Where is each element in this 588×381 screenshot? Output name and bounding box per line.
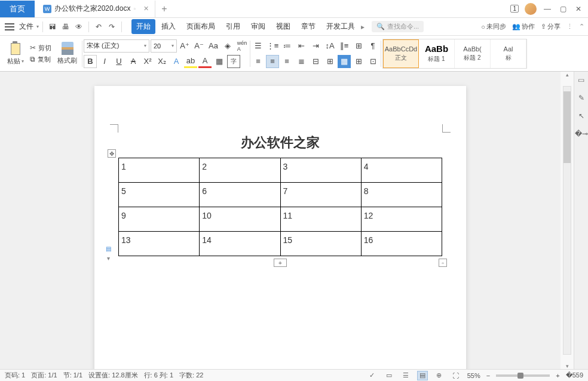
minimize-button[interactable]: ― [543,4,552,14]
document-title[interactable]: 办公软件之家 [118,134,442,152]
styles-gallery[interactable]: AaBbCcDd正文AaBb标题 1AaBb(标题 2Aal标 [382,39,527,69]
table-cell[interactable]: 13 [119,232,200,256]
increase-indent-button[interactable]: ⇥ [309,39,322,53]
fullscreen-view-icon[interactable]: ⛶ [451,371,461,380]
char-shading-button[interactable]: ▦ [213,55,226,68]
table-cell[interactable]: 12 [361,207,442,232]
table-cell[interactable]: 2 [200,158,280,183]
format-painter-button[interactable]: 格式刷 [57,56,77,65]
table-cell[interactable]: 6 [200,183,280,207]
save-icon[interactable]: 🖬 [47,21,59,33]
format-painter-icon[interactable] [62,42,74,55]
status-word-count[interactable]: 字数: 22 [179,371,203,380]
zoom-value[interactable]: 55% [467,372,480,379]
status-section[interactable]: 节: 1/1 [63,371,82,380]
style-item[interactable]: AaBb(标题 2 [455,39,491,68]
table-row[interactable]: 9101112 [119,207,442,232]
reading-view-icon[interactable]: ▭ [384,371,394,380]
ribbon-tab-1[interactable]: 插入 [157,19,180,34]
scroll-thumb[interactable] [564,91,571,163]
table-cell[interactable]: 9 [119,207,200,232]
table-row[interactable]: 1234 [119,158,442,183]
multilevel-list-button[interactable]: ≔ [280,39,293,53]
underline-button[interactable]: U [112,55,125,68]
table-move-handle[interactable]: ✥ [108,149,116,158]
highlight-button[interactable]: ab [184,55,197,68]
italic-button[interactable]: I [98,55,111,68]
table-cell[interactable]: 14 [200,232,280,256]
home-tab[interactable]: 首页 [0,1,35,17]
settings-tool-icon[interactable]: �⊸ [577,129,586,139]
outline-view-icon[interactable]: ☰ [400,371,411,380]
zoom-out-button[interactable]: − [486,372,490,379]
status-page-code[interactable]: 页码: 1 [5,371,25,380]
text-effects-button[interactable]: A [170,55,183,68]
status-page[interactable]: 页面: 1/1 [31,371,57,380]
ribbon-tab-4[interactable]: 审阅 [246,19,270,34]
cut-button[interactable]: ✂剪切 [27,44,54,53]
table-cell[interactable]: 16 [361,232,442,256]
pen-tool-icon[interactable]: ✎ [577,93,586,103]
table-tag-caret[interactable]: ▾ [104,254,112,262]
phonetic-guide-icon[interactable]: wénA [235,39,249,53]
table-row[interactable]: 5678 [119,183,442,207]
increase-font-icon[interactable]: A⁺ [178,39,191,53]
strikethrough-button[interactable]: A [127,55,140,68]
ruler-toggle-icon[interactable]: ▭ [577,75,586,85]
table-cell[interactable]: 8 [361,183,442,207]
zoom-fit-button[interactable]: �559 [566,371,583,379]
style-item[interactable]: Aal标 [491,39,526,68]
print-icon[interactable]: 🖶 [60,21,72,33]
select-tool-icon[interactable]: ↖ [577,111,586,121]
table-tag-icon[interactable]: ▤ [104,244,112,253]
borders-button[interactable]: ⊞ [352,55,365,68]
command-search[interactable]: 🔍 查找命令... [372,21,424,32]
tab-options-icon[interactable]: ▫ [133,5,136,12]
zoom-slider[interactable] [496,374,550,377]
shading-button[interactable]: ▦ [338,55,351,68]
paste-button[interactable]: 粘贴 [7,57,20,66]
paragraph-settings-button[interactable]: ⊡ [366,55,379,68]
redo-icon[interactable]: ↷ [106,21,118,33]
font-size-select[interactable]: 20▾ [151,39,177,53]
clear-format-icon[interactable]: ◈ [221,39,234,53]
font-family-select[interactable]: 宋体 (正文)▾ [84,39,149,53]
table-cell[interactable]: 3 [280,158,361,183]
more-tabs-icon[interactable]: ▸ [361,23,365,31]
align-right-button[interactable]: ≡ [280,55,293,68]
document-page[interactable]: 办公软件之家 ✥ 12345678910111213141516 + ▫ ▤ ▾ [94,86,466,369]
align-left-button[interactable]: ≡ [252,55,265,68]
page-view-icon[interactable]: ▤ [417,371,428,380]
ribbon-tab-0[interactable]: 开始 [131,19,155,34]
share-button[interactable]: ⇪分享 [541,22,561,31]
line-spacing-button[interactable]: ‖≡ [338,39,351,53]
change-case-icon[interactable]: Aa [207,39,220,53]
bold-button[interactable]: B [84,55,97,68]
table-add-row-handle[interactable]: + [274,259,287,267]
close-window-button[interactable]: ✕ [574,4,583,14]
add-tab-button[interactable]: + [155,4,173,14]
collab-button[interactable]: 👥协作 [512,22,535,31]
document-table[interactable]: 12345678910111213141516 [118,158,442,256]
ribbon-tab-2[interactable]: 页面布局 [182,19,220,34]
sync-status[interactable]: ○未同步 [481,22,506,31]
table-cell[interactable]: 1 [119,158,200,183]
print-preview-icon[interactable]: 👁 [73,21,85,33]
scroll-up-icon[interactable]: ▴ [566,72,569,78]
table-row[interactable]: 13141516 [119,232,442,256]
ribbon-tab-6[interactable]: 章节 [296,19,320,34]
table-cell[interactable]: 5 [119,183,200,207]
file-menu[interactable]: 文件 [19,21,33,32]
decrease-indent-button[interactable]: ⇤ [295,39,308,53]
user-avatar[interactable] [525,3,537,15]
char-border-button[interactable]: 字 [227,55,240,68]
table-cell[interactable]: 4 [361,158,442,183]
text-direction-button[interactable]: ↕A [323,39,336,53]
show-marks-button[interactable]: ¶ [366,39,379,53]
style-item[interactable]: AaBb标题 1 [419,39,455,68]
subscript-button[interactable]: X₂ [155,55,169,68]
align-justify-button[interactable]: ≣ [295,55,308,68]
tabs-button[interactable]: ⊞ [323,55,336,68]
status-position[interactable]: 设置值: 12.8厘米 [88,371,138,380]
web-view-icon[interactable]: ⊕ [434,371,445,380]
